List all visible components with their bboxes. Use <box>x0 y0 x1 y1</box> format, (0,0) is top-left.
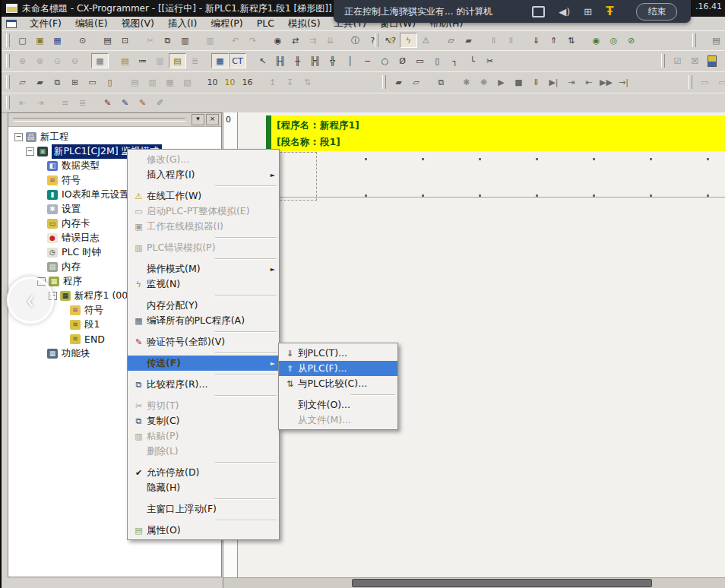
fullscreen-icon[interactable] <box>532 6 545 17</box>
horizontal-line-icon[interactable]: ─ <box>359 53 376 68</box>
arrange-window-icon[interactable]: ⊞ <box>66 74 84 90</box>
scan-run-icon[interactable]: ❋ <box>475 74 492 90</box>
dock-window-icon[interactable]: ▯ <box>101 74 119 90</box>
end-session-button[interactable]: 结束 <box>636 3 677 21</box>
ct-view-icon[interactable]: CT <box>229 53 246 68</box>
new-or-contact-icon[interactable]: ╠╣ <box>306 53 324 68</box>
new-coil-icon[interactable]: ○ <box>376 53 394 68</box>
menu-bar-item[interactable]: 视图(V) <box>115 17 161 31</box>
monitor-hex-icon[interactable]: 16 <box>239 74 256 90</box>
tile-window-icon[interactable]: ▰ <box>31 74 49 90</box>
workspace-drag-handle[interactable] <box>13 118 185 122</box>
menu-bar-item[interactable]: 插入(I) <box>161 17 204 31</box>
open-file-icon[interactable]: ▣ <box>31 33 49 48</box>
menu-item-compare-program[interactable]: ⧉ 比较程序(R)... <box>128 377 279 392</box>
float-window-icon[interactable]: ▭ <box>84 74 101 90</box>
force-toggle-pen-icon[interactable]: ✎ <box>134 95 151 110</box>
transfer-online-icon[interactable]: ▰ <box>460 33 477 48</box>
menu-item-transfer[interactable]: 传送(F) ► <box>128 356 279 371</box>
monitor-check-icon[interactable]: ☑ <box>669 53 686 68</box>
pause-monitoring-icon[interactable]: ⚠ <box>417 33 435 48</box>
window-panel-icon[interactable]: ⊞ <box>584 7 592 17</box>
toolbar-grip[interactable] <box>375 33 378 47</box>
step-in-icon[interactable]: ⇥ <box>562 74 580 90</box>
work-online-icon[interactable]: ⚠ <box>382 33 400 48</box>
vertical-line-icon[interactable]: │ <box>341 53 359 68</box>
transfer-program-icon[interactable]: ▰ <box>390 74 407 90</box>
menu-bar-item[interactable]: 模拟(S) <box>281 17 328 31</box>
new-instruction-icon[interactable]: ▭ <box>411 53 429 68</box>
upload-from-plc-icon[interactable]: ⇑ <box>545 33 562 48</box>
force-off-icon[interactable]: ◎ <box>605 33 622 48</box>
new-instruction2-icon[interactable]: ▯ <box>429 53 446 68</box>
save-icon[interactable]: ▦ <box>49 33 66 48</box>
menu-item-verify-symbols-all[interactable]: ✎ 验证符号(全部)(V) <box>128 334 279 349</box>
toolbar-grip[interactable] <box>6 33 10 47</box>
menu-bar-item[interactable]: 文件(F) <box>23 17 68 31</box>
menu-item-allow-docking[interactable]: ✔ 允许停放(D) <box>128 465 279 480</box>
sim-pause-icon[interactable]: Ⅱ <box>527 74 545 90</box>
new-closed-contact-icon[interactable]: ╫ <box>289 53 306 68</box>
step-run-icon[interactable]: ▶| <box>545 74 562 90</box>
monitor-signed-decimal-icon[interactable]: 10 <box>221 74 239 90</box>
menu-item-hide[interactable]: 隐藏(H) <box>128 480 279 495</box>
compare-with-plc-icon[interactable]: ⇅ <box>562 33 580 48</box>
menu-item-float-in-main-window[interactable]: 主窗口上浮动(F) <box>128 501 279 517</box>
copy-icon[interactable]: ⧉ <box>159 33 176 48</box>
scan-step-run-icon[interactable]: →| <box>615 74 632 90</box>
workspace-close-button[interactable]: × <box>206 114 219 125</box>
menu-item-monitor[interactable]: ϟ 监视(N) <box>128 277 279 292</box>
new-window-icon[interactable]: ▱ <box>14 74 31 90</box>
force-reset-pen-icon[interactable]: ✎ <box>116 95 134 110</box>
mdi-child-icon[interactable] <box>6 20 17 28</box>
toolbar-grip[interactable] <box>689 75 692 89</box>
menu-bar-item[interactable]: 编辑(E) <box>68 17 115 31</box>
line-connect-icon[interactable]: └ <box>464 53 481 68</box>
pointer-tool-icon[interactable]: Ŧ <box>606 5 613 18</box>
ladder-view-icon[interactable]: ▤ <box>169 53 186 68</box>
menu-item-memory-allocation[interactable]: 内存分配(Y) <box>128 298 279 313</box>
transfer-all-icon[interactable]: ▱ <box>407 74 425 90</box>
paste-icon[interactable]: ▥ <box>176 33 194 48</box>
new-closed-coil-icon[interactable]: Ø <box>394 53 411 68</box>
submenu-item-to-plc[interactable]: ⇓ 到PLC(T)... <box>279 346 397 361</box>
invert-icon[interactable]: ┐ <box>446 53 464 68</box>
menu-item-insert-program[interactable]: 插入程序(I) ► <box>128 167 279 182</box>
continuous-step-run-icon[interactable]: ▶▶ <box>597 74 615 90</box>
submenu-item-from-plc[interactable]: ⇑ 从PLC(F)... <box>279 361 397 376</box>
monitor-clear-icon[interactable]: ☒ <box>686 53 704 68</box>
horizontal-scrollbar-thumb[interactable] <box>352 579 652 587</box>
step-out-icon[interactable]: ⇤ <box>580 74 597 90</box>
menu-bar-item[interactable]: PLC <box>250 17 281 31</box>
monitor-icon[interactable]: ϟ <box>400 33 417 48</box>
force-clear-pen-icon[interactable]: ✐ <box>151 95 169 110</box>
toolbar-grip[interactable] <box>661 54 665 68</box>
speaker-icon[interactable]: ◀) <box>559 7 570 17</box>
local-symbol-icon[interactable]: ≔ <box>134 53 151 68</box>
new-file-icon[interactable]: ▢ <box>14 33 31 48</box>
toolbar-grip[interactable] <box>382 75 386 89</box>
menu-bar-item[interactable]: 编程(P) <box>204 17 249 31</box>
workspace-minimize-button[interactable]: ▾ <box>192 114 204 125</box>
menu-item-operating-mode[interactable]: 操作模式(M) ► <box>128 261 279 277</box>
toolbar-grip[interactable] <box>6 54 10 68</box>
submenu-item-compare-with-plc[interactable]: ⇅ 与PLC比较(C)... <box>279 376 397 391</box>
sim-run-icon[interactable]: ▶ <box>492 74 510 90</box>
horizontal-scrollbar[interactable] <box>223 577 725 588</box>
replace-icon[interactable]: ⇄ <box>287 33 304 48</box>
toolbar-grip[interactable] <box>692 33 696 47</box>
print-preview-icon[interactable]: ⊡ <box>116 33 134 48</box>
cascade-window-icon[interactable]: ⧉ <box>49 74 66 90</box>
remote-sidebar-toggle[interactable]: ‹ <box>7 277 54 324</box>
tree-item-new-project[interactable]: − 品 新工程 <box>8 130 221 144</box>
new-or-closed-contact-icon[interactable]: ╬ <box>324 53 341 68</box>
menu-item-properties[interactable]: ▤ 属性(O) <box>128 523 279 538</box>
force-cancel-icon[interactable]: ⊘ <box>622 33 640 48</box>
toolbar-grip[interactable] <box>6 75 10 89</box>
sim-stop-icon[interactable]: ■ <box>510 74 527 90</box>
submenu-item-to-file[interactable]: 到文件(O)... <box>279 397 397 413</box>
line-delete-icon[interactable]: ✂ <box>481 53 499 68</box>
menu-item-compile-all-plc-programs[interactable]: ▦ 编译所有的PLC程序(A) <box>128 313 279 328</box>
toolbar-grip[interactable] <box>6 96 10 109</box>
new-contact-icon[interactable]: ╟╢ <box>271 53 289 68</box>
